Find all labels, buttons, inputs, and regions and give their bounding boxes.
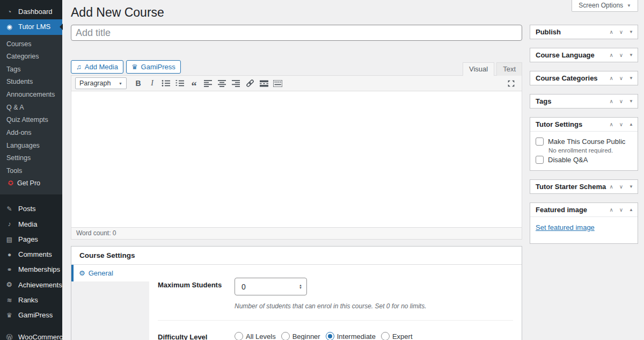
toggle-panel-icon[interactable]: ▼ <box>629 30 633 34</box>
sidebar-item-languages[interactable]: Languages <box>0 140 62 153</box>
move-up-icon[interactable]: ∧ <box>609 121 613 127</box>
sidebar-item-tools[interactable]: Tools <box>0 165 62 178</box>
toggle-panel-icon[interactable]: ▼ <box>629 99 633 104</box>
align-right-button[interactable] <box>229 77 243 89</box>
sidebar-item-label: Achievements <box>18 281 62 290</box>
set-featured-image-link[interactable]: Set featured image <box>536 223 595 232</box>
admin-sidebar: ◔ Dashboard ◉ Tutor LMS Courses Categori… <box>0 0 62 340</box>
metabox-header[interactable]: Tutor Settings ∧ ∨ ▲ <box>530 118 638 131</box>
sidebar-item-tags[interactable]: Tags <box>0 63 62 76</box>
screen-options-button[interactable]: Screen Options ▼ <box>572 0 638 12</box>
pushpin-icon: ✎ <box>5 205 13 213</box>
align-center-button[interactable] <box>215 77 229 89</box>
sidebar-item-dashboard[interactable]: ◔ Dashboard <box>0 4 62 19</box>
sidebar-item-label: Memberships <box>18 265 60 274</box>
metabox-course-language: Course Language ∧ ∨ ▼ <box>530 48 638 62</box>
spinner-down-icon[interactable]: ▼ <box>299 287 302 290</box>
metabox-header[interactable]: Publish ∧ ∨ ▼ <box>530 25 638 39</box>
divider <box>158 320 513 321</box>
disable-qa-checkbox[interactable] <box>536 156 544 164</box>
paragraph-format-select[interactable]: Paragraph ▼ <box>75 77 127 89</box>
move-down-icon[interactable]: ∨ <box>619 52 623 58</box>
move-down-icon[interactable]: ∨ <box>619 29 623 35</box>
radio-intermediate[interactable] <box>326 332 334 340</box>
course-title-input[interactable] <box>71 25 522 41</box>
toggle-panel-icon[interactable]: ▼ <box>629 53 633 57</box>
radio-beginner[interactable] <box>281 332 290 340</box>
editor-mode-tabs: Visual Text <box>460 62 522 75</box>
sidebar-item-q-and-a[interactable]: Q & A <box>0 102 62 114</box>
fullscreen-button[interactable] <box>504 77 518 89</box>
sidebar-item-media[interactable]: ♪ Media <box>0 217 62 232</box>
metabox-header[interactable]: Tags ∧ ∨ ▼ <box>530 95 638 108</box>
move-up-icon[interactable]: ∧ <box>609 207 613 213</box>
tab-text[interactable]: Text <box>496 62 522 76</box>
numbered-list-button[interactable] <box>173 77 187 89</box>
sidebar-item-quiz-attempts[interactable]: Quiz Attempts <box>0 114 62 127</box>
gamipress-button[interactable]: ♛ GamiPress <box>126 60 181 74</box>
sidebar-item-ranks[interactable]: ≋ Ranks <box>0 293 62 308</box>
toggle-panel-icon[interactable]: ▲ <box>629 122 633 127</box>
move-down-icon[interactable]: ∨ <box>619 121 623 127</box>
move-down-icon[interactable]: ∨ <box>619 207 623 213</box>
sidebar-item-label: Tutor LMS <box>18 23 50 31</box>
sidebar-item-gamipress[interactable]: ♛ GamiPress <box>0 308 62 323</box>
sidebar-item-posts[interactable]: ✎ Posts <box>0 201 62 216</box>
metabox-header[interactable]: Featured image ∧ ∨ ▲ <box>530 203 638 216</box>
italic-button[interactable]: I <box>145 77 159 89</box>
move-up-icon[interactable]: ∧ <box>609 75 613 81</box>
max-students-input[interactable]: 0 ▲ ▼ <box>235 278 307 295</box>
editor-column: ♫ Add Media ♛ GamiPress Visual Text Para… <box>71 25 522 340</box>
toolbar-toggle-button[interactable] <box>271 77 284 89</box>
move-up-icon[interactable]: ∧ <box>609 29 613 35</box>
toggle-panel-icon[interactable]: ▲ <box>629 207 633 212</box>
number-spinner[interactable]: ▲ ▼ <box>299 284 302 290</box>
add-media-button[interactable]: ♫ Add Media <box>71 60 123 74</box>
tab-visual[interactable]: Visual <box>463 62 494 76</box>
radio-all-levels[interactable] <box>235 332 243 340</box>
radio-expert[interactable] <box>381 332 390 340</box>
bold-button[interactable]: B <box>131 77 145 89</box>
chevron-down-icon: ▼ <box>119 82 122 85</box>
sidebar-item-comments[interactable]: ● Comments <box>0 247 62 262</box>
sidebar-item-memberships[interactable]: ⚭ Memberships <box>0 262 62 277</box>
metabox-column: Publish ∧ ∨ ▼ Course Language ∧ ∨ ▼ <box>530 25 638 252</box>
sidebar-item-categories[interactable]: Categories <box>0 50 62 63</box>
crown-icon: ♛ <box>131 63 138 71</box>
insert-link-button[interactable] <box>243 77 257 89</box>
metabox-header[interactable]: Tutor Starter Schema ∧ ∨ ▼ <box>530 180 638 193</box>
sidebar-item-woocommerce[interactable]: Ⓦ WooCommerce <box>0 330 62 340</box>
move-up-icon[interactable]: ∧ <box>609 52 613 58</box>
sidebar-item-add-ons[interactable]: Add-ons <box>0 127 62 140</box>
paragraph-format-value: Paragraph <box>79 79 111 87</box>
media-icon: ♪ <box>5 220 13 228</box>
move-down-icon[interactable]: ∨ <box>619 184 623 190</box>
comment-bubble-icon: ● <box>5 251 13 259</box>
metabox-header[interactable]: Course Categories ∧ ∨ ▼ <box>530 71 638 85</box>
sidebar-item-announcements[interactable]: Announcements <box>0 89 62 102</box>
toggle-panel-icon[interactable]: ▼ <box>629 76 633 81</box>
toggle-panel-icon[interactable]: ▼ <box>629 184 633 189</box>
sidebar-item-get-pro[interactable]: ✪ Get Pro <box>0 177 62 189</box>
sidebar-item-pages[interactable]: ▤ Pages <box>0 232 62 247</box>
editor-content-area[interactable] <box>71 91 522 228</box>
sidebar-item-achievements[interactable]: ❂ Achievements <box>0 278 62 293</box>
move-up-icon[interactable]: ∧ <box>609 184 613 190</box>
bullet-list-button[interactable] <box>159 77 173 89</box>
metabox-title: Tutor Settings <box>536 120 609 128</box>
sidebar-item-courses[interactable]: Courses <box>0 38 62 51</box>
move-up-icon[interactable]: ∧ <box>609 98 613 104</box>
move-down-icon[interactable]: ∨ <box>619 98 623 104</box>
insert-more-tag-button[interactable] <box>257 77 270 89</box>
main-content: Screen Options ▼ Add New Course ♫ Add Me… <box>62 0 644 340</box>
blockquote-button[interactable]: “ <box>187 77 201 89</box>
sidebar-item-settings[interactable]: Settings <box>0 152 62 165</box>
make-course-public-checkbox[interactable] <box>536 138 544 146</box>
align-left-button[interactable] <box>201 77 215 89</box>
sidebar-item-tutor-lms[interactable]: ◉ Tutor LMS <box>0 19 62 34</box>
sidebar-item-students[interactable]: Students <box>0 76 62 89</box>
metabox-header[interactable]: Course Language ∧ ∨ ▼ <box>530 48 638 62</box>
move-down-icon[interactable]: ∨ <box>619 75 623 81</box>
public-note: No enrollment required. <box>548 147 632 154</box>
tab-general[interactable]: ⚙ General <box>71 265 149 281</box>
